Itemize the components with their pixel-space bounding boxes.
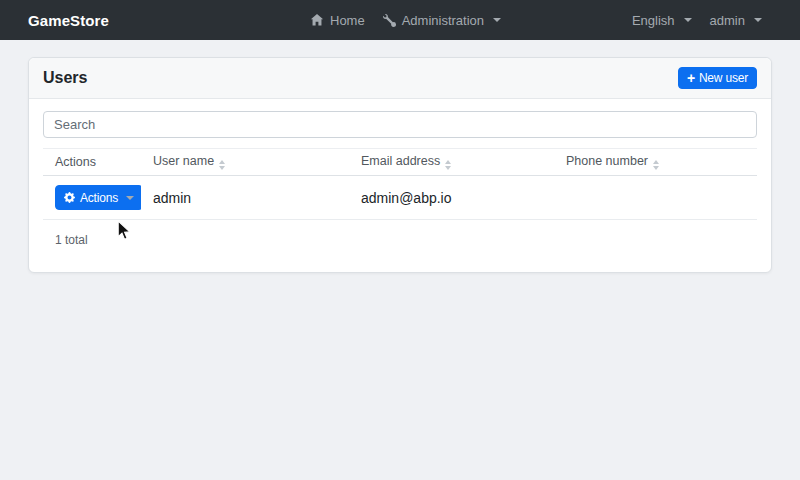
chevron-down-icon [126, 196, 134, 200]
nav-item-home-label: Home [330, 13, 365, 28]
page-content: Users + New user Actions User name [0, 40, 800, 290]
language-dropdown[interactable]: English [632, 13, 692, 28]
users-card-header: Users + New user [29, 58, 771, 99]
cell-actions: Actions [43, 176, 141, 220]
column-header-actions-label: Actions [55, 155, 96, 169]
cell-email: admin@abp.io [349, 176, 554, 220]
table-row: Actions admin admin@abp.io [43, 176, 757, 220]
column-header-actions: Actions [43, 149, 141, 176]
home-icon [310, 13, 324, 27]
navbar-right: English admin [632, 13, 762, 28]
column-header-email[interactable]: Email address [349, 149, 554, 176]
sort-icon [653, 160, 659, 170]
table-header-row: Actions User name Email address Phone nu… [43, 149, 757, 176]
language-dropdown-label: English [632, 13, 675, 28]
nav-item-administration-label: Administration [402, 13, 484, 28]
gear-icon [64, 192, 75, 203]
cell-username: admin [141, 176, 349, 220]
search-input[interactable] [43, 111, 757, 138]
sort-icon [445, 160, 451, 170]
main-menu: Home Administration [310, 0, 501, 40]
new-user-button[interactable]: + New user [678, 67, 757, 89]
page-title: Users [43, 69, 87, 87]
chevron-down-icon [493, 18, 501, 22]
user-menu-dropdown[interactable]: admin [710, 13, 762, 28]
brand-logo[interactable]: GameStore [28, 12, 109, 29]
users-table: Actions User name Email address Phone nu… [43, 148, 757, 220]
nav-item-administration[interactable]: Administration [383, 13, 501, 28]
row-actions-button-label: Actions [80, 191, 118, 205]
sort-icon [219, 160, 225, 170]
new-user-button-label: New user [699, 71, 748, 85]
top-navbar: GameStore Home Administration English ad… [0, 0, 800, 40]
wrench-icon [383, 14, 396, 27]
users-card-body: Actions User name Email address Phone nu… [29, 99, 771, 272]
chevron-down-icon [684, 18, 692, 22]
column-header-phone-label: Phone number [566, 154, 648, 168]
row-actions-button[interactable]: Actions [55, 185, 141, 210]
total-count: 1 total [55, 233, 745, 247]
column-header-email-label: Email address [361, 154, 440, 168]
column-header-phone[interactable]: Phone number [554, 149, 757, 176]
column-header-username[interactable]: User name [141, 149, 349, 176]
nav-item-home[interactable]: Home [310, 13, 365, 28]
cell-phone [554, 176, 757, 220]
user-menu-label: admin [710, 13, 745, 28]
column-header-username-label: User name [153, 154, 214, 168]
users-card: Users + New user Actions User name [28, 57, 772, 273]
chevron-down-icon [754, 18, 762, 22]
plus-icon: + [687, 71, 695, 85]
